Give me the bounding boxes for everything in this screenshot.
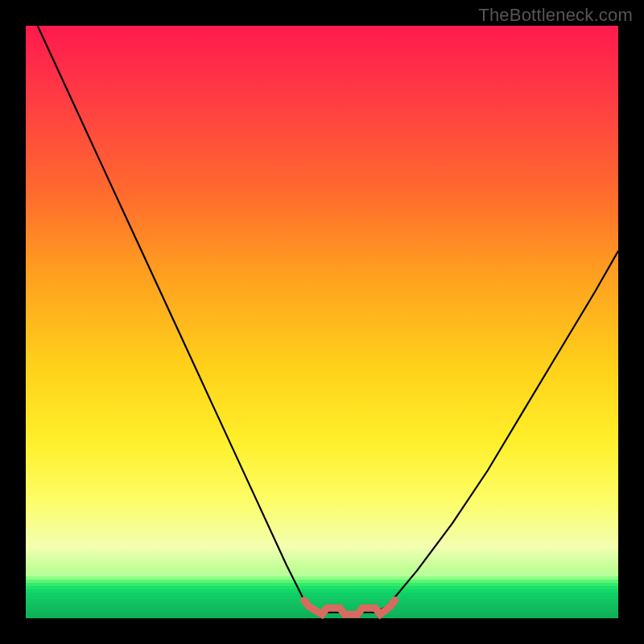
right-branch-line [387, 251, 618, 607]
curve-svg [26, 26, 618, 618]
left-branch-line [38, 26, 308, 606]
watermark-text: TheBottleneck.com [478, 5, 633, 26]
chart-frame: TheBottleneck.com [0, 0, 644, 644]
plot-area [26, 26, 618, 618]
knot-highlight [304, 601, 395, 615]
